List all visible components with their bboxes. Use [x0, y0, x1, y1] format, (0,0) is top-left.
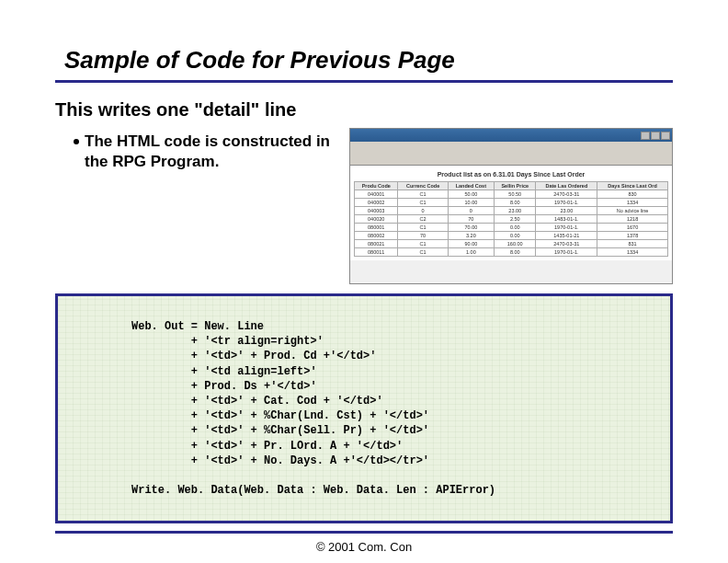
table-cell: 0.00 — [495, 224, 536, 232]
table-cell: C1 — [398, 248, 448, 257]
table-row: 080021C190.00160.002470-03-31831 — [355, 240, 668, 248]
bullet-item: The HTML code is constructed in the RPG … — [74, 132, 331, 172]
table-header: Currenc Code — [398, 182, 448, 190]
table-cell: 160.00 — [495, 240, 536, 248]
table-header: Sellin Price — [495, 182, 536, 190]
table-cell: 70 — [448, 215, 494, 224]
content-row: The HTML code is constructed in the RPG … — [55, 128, 673, 284]
slide-title: Sample of Code for Previous Page — [55, 46, 673, 75]
slide-subtitle: This writes one "detail" line — [55, 99, 673, 121]
table-header: Days Since Last Ord — [597, 182, 668, 190]
table-cell: 0 — [398, 207, 448, 215]
table-cell: 080002 — [355, 232, 398, 240]
table-cell: 8.00 — [495, 248, 536, 257]
footer-line — [55, 531, 673, 534]
table-cell: 830 — [597, 190, 668, 199]
bullet-text: The HTML code is constructed in the RPG … — [85, 132, 331, 172]
embedded-screenshot: Product list as on 6.31.01 Days Since La… — [349, 128, 673, 284]
table-row: 0400030023.0023.00No advice line — [355, 207, 668, 215]
bullet-section: The HTML code is constructed in the RPG … — [55, 128, 331, 172]
table-row: 040002C110.008.001970-01-1.1334 — [355, 199, 668, 207]
table-cell: 1670 — [597, 224, 668, 232]
table-cell: 1483-01-1. — [536, 215, 597, 224]
table-cell: 1.00 — [448, 248, 494, 257]
table-cell: 2470-03-31 — [536, 190, 597, 199]
table-cell: 1334 — [597, 199, 668, 207]
maximize-icon — [651, 132, 660, 140]
table-cell: 1334 — [597, 248, 668, 257]
table-cell: 2470-03-31 — [536, 240, 597, 248]
table-cell: 3.20 — [448, 232, 494, 240]
table-cell: 10.00 — [448, 199, 494, 207]
table-cell: 70.00 — [448, 224, 494, 232]
table-cell: 1378 — [597, 232, 668, 240]
table-cell: 831 — [597, 240, 668, 248]
table-cell: 1970-01-1. — [536, 199, 597, 207]
table-row: 080002703.200.001435-01-211378 — [355, 232, 668, 240]
bullet-dot-icon — [74, 139, 79, 144]
table-cell: 8.00 — [495, 199, 536, 207]
table-cell: 23.00 — [536, 207, 597, 215]
data-table: Produ CodeCurrenc CodeLanded CostSellin … — [354, 181, 668, 257]
table-cell: 040003 — [355, 207, 398, 215]
table-cell: 23.00 — [495, 207, 536, 215]
window-titlebar — [350, 129, 672, 142]
footer-copyright: © 2001 Com. Con — [0, 540, 728, 554]
table-cell: 2.50 — [495, 215, 536, 224]
table-cell: 080021 — [355, 240, 398, 248]
table-row: 080001C170.000.001970-01-1.1670 — [355, 224, 668, 232]
table-cell: 040020 — [355, 215, 398, 224]
table-cell: 90.00 — [448, 240, 494, 248]
title-underline — [55, 80, 673, 83]
screenshot-heading: Product list as on 6.31.01 Days Since La… — [354, 171, 668, 178]
table-row: 040001C150.0050.502470-03-31830 — [355, 190, 668, 199]
browser-toolbar — [350, 142, 672, 166]
table-header: Produ Code — [355, 182, 398, 190]
table-row: 040020C2702.501483-01-1.1218 — [355, 215, 668, 224]
table-cell: 1218 — [597, 215, 668, 224]
table-cell: 1970-01-1. — [536, 248, 597, 257]
table-cell: 040002 — [355, 199, 398, 207]
browser-body: Product list as on 6.31.01 Days Since La… — [350, 166, 672, 260]
table-cell: 1970-01-1. — [536, 224, 597, 232]
close-icon — [661, 132, 670, 140]
table-cell: C1 — [398, 199, 448, 207]
table-cell: 080001 — [355, 224, 398, 232]
minimize-icon — [641, 132, 650, 140]
table-cell: C1 — [398, 240, 448, 248]
table-cell: C1 — [398, 224, 448, 232]
code-sample: Web. Out = New. Line + '<tr align=right>… — [55, 293, 673, 523]
table-header: Landed Cost — [448, 182, 494, 190]
table-cell: No advice line — [597, 207, 668, 215]
table-cell: 040001 — [355, 190, 398, 199]
table-cell: 50.50 — [495, 190, 536, 199]
table-header: Date Las Ordered — [536, 182, 597, 190]
table-cell: 1435-01-21 — [536, 232, 597, 240]
table-cell: 080011 — [355, 248, 398, 257]
table-cell: 0 — [448, 207, 494, 215]
table-row: 080011C11.008.001970-01-1.1334 — [355, 248, 668, 257]
table-cell: C1 — [398, 190, 448, 199]
table-cell: 70 — [398, 232, 448, 240]
table-cell: C2 — [398, 215, 448, 224]
table-cell: 50.00 — [448, 190, 494, 199]
table-cell: 0.00 — [495, 232, 536, 240]
